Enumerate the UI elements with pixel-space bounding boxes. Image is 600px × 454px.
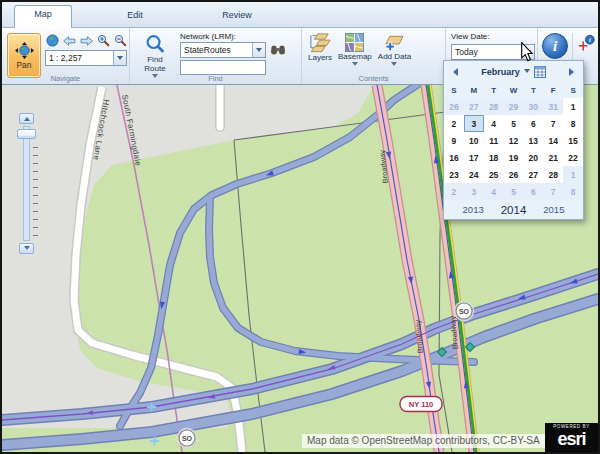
zoom-out-button[interactable] bbox=[113, 33, 128, 48]
mouse-cursor bbox=[520, 42, 534, 62]
calendar-day-cell[interactable]: 27 bbox=[523, 166, 543, 183]
calendar-day-cell[interactable]: 2 bbox=[444, 115, 464, 132]
calendar-popup: February SMTWTFS262728293031123456789101… bbox=[443, 60, 584, 220]
globe-icon bbox=[46, 34, 59, 47]
calendar-month-select[interactable]: February bbox=[481, 67, 520, 77]
calendar-day-cell[interactable]: 18 bbox=[484, 149, 504, 166]
calendar-day-cell[interactable]: 26 bbox=[504, 166, 524, 183]
route-input[interactable] bbox=[180, 60, 266, 75]
calendar-day-cell[interactable]: 22 bbox=[563, 149, 583, 166]
calendar-day-header: S bbox=[563, 83, 583, 98]
tab-map[interactable]: Map bbox=[14, 5, 72, 28]
network-select[interactable]: StateRoutes bbox=[181, 43, 252, 57]
navigate-controls: 1 : 2,257 bbox=[45, 32, 129, 66]
zoom-slider-down-button[interactable] bbox=[19, 243, 34, 254]
esri-logo: POWERED BY esri bbox=[545, 423, 598, 452]
calendar-day-cell[interactable]: 5 bbox=[504, 115, 524, 132]
scale-dropdown-button[interactable] bbox=[113, 51, 126, 65]
calendar-day-cell[interactable]: 12 bbox=[504, 132, 524, 149]
zoom-slider-track[interactable] bbox=[23, 126, 30, 241]
basemap-icon bbox=[345, 33, 364, 52]
identify-point-button[interactable]: i bbox=[577, 33, 596, 53]
calendar-day-cell[interactable]: 27 bbox=[464, 98, 484, 115]
contents-group-label: Contents bbox=[302, 74, 445, 83]
info-button[interactable]: i bbox=[542, 33, 568, 59]
zoom-in-icon bbox=[97, 34, 110, 47]
calendar-day-cell[interactable]: 29 bbox=[504, 98, 524, 115]
calendar-day-cell[interactable]: 19 bbox=[504, 149, 524, 166]
calendar-day-cell[interactable]: 15 bbox=[563, 132, 583, 149]
calendar-year[interactable]: 2014 bbox=[501, 204, 527, 216]
svg-text:SO: SO bbox=[459, 308, 470, 315]
zoom-out-icon bbox=[114, 34, 127, 47]
calendar-grid: SMTWTFS262728293031123456789101112131415… bbox=[444, 83, 583, 200]
add-data-icon bbox=[383, 33, 406, 52]
network-dropdown-button[interactable] bbox=[252, 43, 265, 57]
calendar-day-cell[interactable]: 8 bbox=[563, 115, 583, 132]
calendar-day-cell[interactable]: 21 bbox=[543, 149, 563, 166]
calendar-header: February bbox=[444, 61, 583, 83]
calendar-day-cell[interactable]: 10 bbox=[464, 132, 484, 149]
calendar-day-cell[interactable]: 4 bbox=[484, 183, 504, 200]
calendar-day-cell[interactable]: 7 bbox=[543, 115, 563, 132]
full-extent-button[interactable] bbox=[45, 33, 60, 48]
calendar-day-cell[interactable]: 17 bbox=[464, 149, 484, 166]
today-grid-button[interactable] bbox=[534, 66, 546, 78]
calendar-day-cell[interactable]: 14 bbox=[543, 132, 563, 149]
navigate-group: Pan bbox=[2, 28, 130, 84]
calendar-day-cell[interactable]: 25 bbox=[484, 166, 504, 183]
add-data-button[interactable]: Add Data bbox=[378, 32, 411, 69]
calendar-day-cell[interactable]: 6 bbox=[523, 115, 543, 132]
calendar-day-cell[interactable]: 30 bbox=[523, 98, 543, 115]
calendar-day-header: S bbox=[444, 83, 464, 98]
calendar-day-cell[interactable]: 31 bbox=[543, 98, 563, 115]
calendar-day-header: T bbox=[523, 83, 543, 98]
binoculars-icon[interactable] bbox=[270, 44, 286, 57]
calendar-day-cell[interactable]: 24 bbox=[464, 166, 484, 183]
calendar-year[interactable]: 2013 bbox=[463, 204, 484, 215]
view-date-input[interactable]: Today bbox=[452, 45, 521, 59]
tab-edit[interactable]: Edit bbox=[106, 7, 164, 27]
calendar-day-cell[interactable]: 9 bbox=[444, 132, 464, 149]
zoom-slider-ticks bbox=[33, 147, 38, 240]
calendar-day-cell[interactable]: 16 bbox=[444, 149, 464, 166]
calendar-day-cell[interactable]: 23 bbox=[444, 166, 464, 183]
layers-button[interactable]: Layers bbox=[308, 32, 332, 62]
find-route-icon bbox=[145, 33, 166, 55]
calendar-day-cell[interactable]: 11 bbox=[484, 132, 504, 149]
calendar-day-cell[interactable]: 7 bbox=[543, 183, 563, 200]
back-arrow-icon bbox=[63, 36, 76, 46]
calendar-day-cell[interactable]: 4 bbox=[484, 115, 504, 132]
calendar-day-cell[interactable]: 2 bbox=[444, 183, 464, 200]
calendar-day-cell[interactable]: 26 bbox=[444, 98, 464, 115]
calendar-day-cell[interactable]: 6 bbox=[523, 183, 543, 200]
calendar-day-cell[interactable]: 3 bbox=[464, 115, 484, 132]
calendar-day-cell[interactable]: 8 bbox=[563, 183, 583, 200]
svg-text:i: i bbox=[589, 37, 591, 43]
previous-extent-button[interactable] bbox=[62, 33, 77, 48]
zoom-in-button[interactable] bbox=[96, 33, 111, 48]
calendar-day-cell[interactable]: 1 bbox=[563, 98, 583, 115]
previous-month-button[interactable] bbox=[449, 68, 458, 76]
navigate-group-label: Navigate bbox=[2, 74, 129, 83]
svg-text:SO: SO bbox=[182, 435, 193, 442]
zoom-slider-up-button[interactable] bbox=[19, 113, 34, 124]
calendar-year[interactable]: 2015 bbox=[543, 204, 564, 215]
scale-input[interactable]: 1 : 2,257 bbox=[46, 51, 113, 65]
calendar-day-cell[interactable]: 3 bbox=[464, 183, 484, 200]
next-month-button[interactable] bbox=[569, 68, 578, 76]
find-group-label: Find bbox=[130, 74, 301, 83]
zoom-slider-handle[interactable] bbox=[17, 129, 36, 139]
pan-button[interactable]: Pan bbox=[7, 33, 41, 78]
calendar-day-cell[interactable]: 1 bbox=[563, 166, 583, 183]
calendar-day-cell[interactable]: 28 bbox=[484, 98, 504, 115]
esri-wordmark: esri bbox=[545, 430, 598, 448]
tab-review[interactable]: Review bbox=[206, 7, 268, 27]
calendar-years-row: 201320142015 bbox=[444, 200, 583, 219]
calendar-day-cell[interactable]: 28 bbox=[543, 166, 563, 183]
calendar-day-cell[interactable]: 13 bbox=[523, 132, 543, 149]
next-extent-button[interactable] bbox=[79, 33, 94, 48]
basemap-button[interactable]: Basemap bbox=[338, 32, 372, 69]
calendar-day-cell[interactable]: 5 bbox=[504, 183, 524, 200]
calendar-day-cell[interactable]: 20 bbox=[523, 149, 543, 166]
